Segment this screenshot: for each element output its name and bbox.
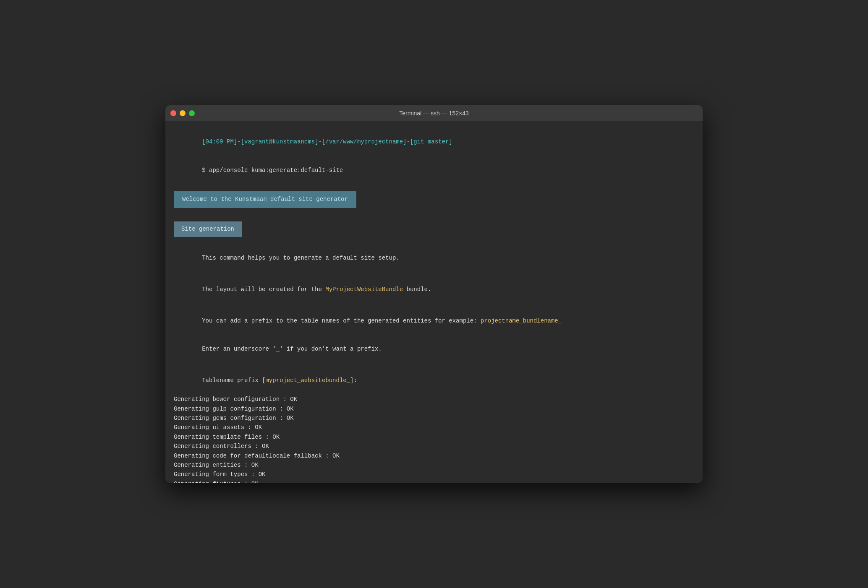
generating-line: Generating code for defaultlocale fallba… [174, 451, 694, 461]
minimize-button[interactable] [180, 110, 186, 116]
welcome-banner: Welcome to the Kunstmaan default site ge… [174, 187, 694, 211]
close-button[interactable] [170, 110, 176, 116]
desc-line-2: The layout will be created for the MyPro… [174, 276, 694, 304]
generating-line: Generating gems configuration : OK [174, 414, 694, 423]
maximize-button[interactable] [189, 110, 195, 116]
traffic-lights [170, 110, 195, 116]
title-bar: Terminal — ssh — 152×43 [165, 105, 703, 121]
generating-line: Generating form types : OK [174, 470, 694, 479]
generating-line: Generating gulp configuration : OK [174, 404, 694, 414]
terminal-window: Terminal — ssh — 152×43 [04:09 PM]-[vagr… [165, 105, 703, 483]
generating-line: Generating entities : OK [174, 461, 694, 470]
generating-line: Generating bower configuration : OK [174, 395, 694, 404]
window-title: Terminal — ssh — 152×43 [399, 110, 468, 117]
prompt-line-1: [04:09 PM]-[vagrant@kunstmaancms]-[/var/… [174, 128, 694, 156]
desc-line-3: You can add a prefix to the table names … [174, 307, 694, 335]
generating-line: Generating ui assets : OK [174, 423, 694, 432]
generating-line: Generating template files : OK [174, 432, 694, 442]
section-banner-box: Site generation [174, 221, 242, 237]
desc-line-1: This command helps you to generate a def… [174, 244, 694, 272]
generating-line: Generating fixtures : OK [174, 479, 694, 483]
generating-line: Generating controllers : OK [174, 442, 694, 451]
generating-lines: Generating bower configuration : OKGener… [174, 395, 694, 483]
welcome-banner-box: Welcome to the Kunstmaan default site ge… [174, 191, 356, 208]
desc-line-4: Enter an underscore '_' if you don't wan… [174, 335, 694, 363]
section-banner: Site generation [174, 218, 694, 240]
tablename-prefix-line: Tablename prefix [myproject_websitebundl… [174, 367, 694, 395]
desktop: Terminal — ssh — 152×43 [04:09 PM]-[vagr… [0, 0, 868, 588]
terminal-body[interactable]: [04:09 PM]-[vagrant@kunstmaancms]-[/var/… [165, 121, 703, 483]
command-line-1: $ app/console kuma:generate:default-site [174, 156, 694, 184]
